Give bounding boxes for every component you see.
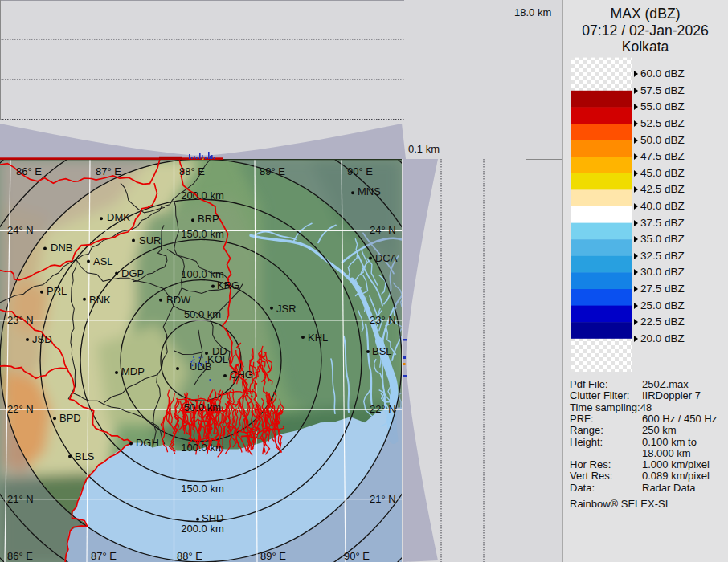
svg-text:86° E: 86° E — [7, 550, 33, 562]
svg-text:24° N: 24° N — [7, 224, 34, 236]
svg-text:KOL: KOL — [207, 352, 228, 364]
svg-text:KRG: KRG — [217, 279, 239, 291]
svg-text:50.0 km: 50.0 km — [184, 308, 221, 320]
svg-text:ASL: ASL — [93, 255, 113, 267]
svg-text:89° E: 89° E — [260, 550, 286, 562]
svg-text:100.0 km: 100.0 km — [181, 442, 223, 454]
svg-text:JSD: JSD — [32, 333, 52, 345]
svg-text:86° E: 86° E — [16, 165, 42, 177]
svg-text:87° E: 87° E — [91, 550, 117, 562]
svg-text:JSR: JSR — [276, 303, 297, 315]
svg-text:KHL: KHL — [308, 332, 328, 344]
svg-text:CHG: CHG — [230, 369, 253, 381]
svg-text:90° E: 90° E — [344, 550, 370, 562]
svg-text:BPD: BPD — [59, 412, 81, 424]
svg-text:23° N: 23° N — [7, 314, 34, 326]
svg-text:24° N: 24° N — [370, 224, 396, 236]
svg-text:SUR: SUR — [139, 234, 161, 246]
svg-text:90° E: 90° E — [347, 165, 373, 177]
svg-text:BSL: BSL — [372, 345, 392, 357]
svg-text:200.0 km: 200.0 km — [181, 189, 223, 202]
svg-text:BDW: BDW — [166, 294, 191, 306]
svg-text:DCA: DCA — [375, 251, 398, 263]
svg-text:PRL: PRL — [47, 285, 67, 297]
svg-text:150.0 km: 150.0 km — [181, 228, 223, 240]
svg-text:22° N: 22° N — [370, 403, 396, 415]
svg-text:88° E: 88° E — [179, 165, 205, 177]
svg-text:23° N: 23° N — [370, 314, 396, 326]
svg-text:21° N: 21° N — [7, 493, 34, 505]
svg-text:BLS: BLS — [75, 450, 95, 462]
svg-text:89° E: 89° E — [260, 165, 285, 177]
svg-text:50.0 km: 50.0 km — [184, 401, 221, 413]
svg-text:BNK: BNK — [89, 294, 111, 306]
svg-text:87° E: 87° E — [96, 165, 121, 177]
svg-text:BRP: BRP — [198, 213, 219, 225]
svg-text:200.0 km: 200.0 km — [181, 523, 223, 535]
svg-text:22° N: 22° N — [7, 403, 34, 415]
svg-text:DMK: DMK — [107, 211, 130, 223]
svg-text:150.0 km: 150.0 km — [181, 483, 223, 495]
svg-text:DNB: DNB — [51, 242, 72, 254]
svg-text:DGH: DGH — [136, 437, 159, 449]
svg-text:MNS: MNS — [358, 185, 381, 198]
svg-text:MDP: MDP — [121, 365, 145, 377]
svg-text:88° E: 88° E — [177, 550, 202, 562]
svg-text:100.0 km: 100.0 km — [181, 268, 223, 280]
svg-text:DGP: DGP — [121, 267, 144, 279]
svg-text:21° N: 21° N — [370, 493, 396, 505]
